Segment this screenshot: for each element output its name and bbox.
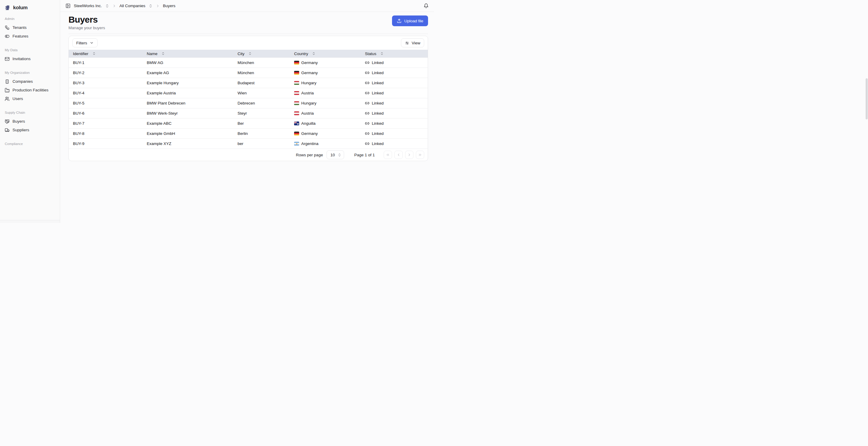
cell-status: Linked [361,78,428,88]
sidebar-item-tenants[interactable]: Tenants [2,23,57,32]
cell-name: BMW Plant Debrecen [143,98,234,108]
sidebar-group-label: Admin [5,17,55,21]
truck-icon [5,128,9,132]
table-row[interactable]: BUY-9 Example XYZ ber Argentina Linked [69,139,428,149]
cell-city: ber [234,139,290,149]
topbar: SteelWorks Inc. All Companies Buyers [60,0,434,12]
app-root: kolum Admin Tenants Features [0,0,434,223]
sidebar-toggle-button[interactable] [65,3,71,9]
first-page-button[interactable] [384,151,392,159]
sidebar: kolum Admin Tenants Features [0,0,60,223]
filters-button[interactable]: Filters [72,38,98,47]
sort-icon[interactable] [161,52,165,55]
toggle-icon [5,34,9,39]
sliders-icon [405,41,409,45]
users-icon [5,96,9,101]
sidebar-group-my-data: My Data Invitations [5,48,55,63]
page-title: Buyers [68,15,105,24]
logo: kolum [5,4,55,11]
country-name: Austria [301,91,314,95]
sidebar-item-features[interactable]: Features [2,32,57,40]
cell-identifier: BUY-8 [69,129,143,139]
breadcrumb-company[interactable]: All Companies [119,4,145,8]
header-divider [68,34,428,34]
kolum-logo-icon [5,5,11,11]
rows-per-page-value: 10 [331,153,335,157]
cell-status: Linked [361,139,428,149]
sidebar-item-users[interactable]: Users [2,94,57,103]
status-badge: Linked [372,70,384,75]
sidebar-item-label: Tenants [12,25,27,30]
sidebar-item-invitations[interactable]: Invitations [2,55,57,63]
last-page-button[interactable] [416,151,424,159]
table-row[interactable]: BUY-2 Example AG München Germany Linked [69,68,428,78]
table-row[interactable]: BUY-4 Example Austria Wien Austria Linke… [69,88,428,98]
country-name: Argentina [301,142,318,146]
notifications-bell-button[interactable] [423,3,429,9]
country-name: Anguilla [301,121,315,126]
sidebar-item-buyers[interactable]: Buyers [2,117,57,126]
table-footer: Rows per page 10 Page 1 of 1 [69,149,428,161]
cell-country: Germany [290,58,361,68]
link-icon [365,70,369,75]
link-icon [365,131,369,136]
status-badge: Linked [372,131,384,136]
chevron-right-icon [112,4,116,8]
country-flag-icon [294,71,299,75]
buyers-table: Identifier Name City [69,50,428,149]
cell-name: Example Hungary [143,78,234,88]
mail-icon [5,57,9,61]
sort-icon[interactable] [92,52,96,55]
sidebar-group-label: My Data [5,48,55,52]
sort-icon[interactable] [380,52,384,55]
sidebar-item-production-facilities[interactable]: Production Facilities [2,86,57,94]
breadcrumb-tenant[interactable]: SteelWorks Inc. [74,4,102,8]
sidebar-item-suppliers[interactable]: Suppliers [2,126,57,134]
column-header: Status [361,50,428,58]
sidebar-item-label: Companies [12,79,33,84]
status-badge: Linked [372,121,384,126]
column-header-label: City [238,52,244,56]
cell-country: Hungary [290,78,361,88]
sidebar-item-label: Users [12,96,23,101]
cell-identifier: BUY-7 [69,119,143,129]
cell-status: Linked [361,119,428,129]
cell-name: Example ABC [143,119,234,129]
rows-per-page-select[interactable]: 10 [327,150,344,159]
cell-name: Example GmbH [143,129,234,139]
next-page-button[interactable] [405,151,413,159]
country-name: Germany [301,70,318,75]
sidebar-item-companies[interactable]: Companies [2,77,57,86]
sidebar-group-label: Supply Chain [5,111,55,114]
column-header-label: Country [294,52,308,56]
country-flag-icon [294,142,299,146]
main-area: SteelWorks Inc. All Companies Buyers [60,0,434,223]
table-row[interactable]: BUY-1 BMW AG München Germany Linked [69,58,428,68]
sidebar-group-admin: Admin Tenants Features [5,17,55,40]
upload-file-button[interactable]: Upload file [392,16,428,26]
previous-page-button[interactable] [395,151,403,159]
sort-icon[interactable] [312,52,315,55]
table-body: BUY-1 BMW AG München Germany Linked BUY-… [69,58,428,149]
cell-country: Austria [290,108,361,119]
company-selector-icon[interactable] [149,4,153,8]
cell-status: Linked [361,58,428,68]
table-row[interactable]: BUY-5 BMW Plant Debrecen Debrecen Hungar… [69,98,428,108]
cell-status: Linked [361,108,428,119]
column-header: City [234,50,290,58]
sidebar-group-my-organization: My Organization Companies Production Fac… [5,71,55,103]
table-row[interactable]: BUY-7 Example ABC Ber Anguilla Linked [69,119,428,129]
cell-name: BMW Werk-Steyr [143,108,234,119]
tenant-selector-icon[interactable] [105,4,109,8]
sort-icon[interactable] [248,52,252,55]
country-name: Hungary [301,81,316,85]
building-icon [5,79,9,84]
view-button[interactable]: View [401,38,424,47]
cell-identifier: BUY-2 [69,68,143,78]
table-row[interactable]: BUY-3 Example Hungary Budapest Hungary L… [69,78,428,88]
table-row[interactable]: BUY-8 Example GmbH Berlin Germany Linked [69,129,428,139]
cell-city: Debrecen [234,98,290,108]
sidebar-item-label: Buyers [12,119,25,124]
pagination-controls [384,151,424,159]
table-row[interactable]: BUY-6 BMW Werk-Steyr Steyr Austria Linke… [69,108,428,119]
